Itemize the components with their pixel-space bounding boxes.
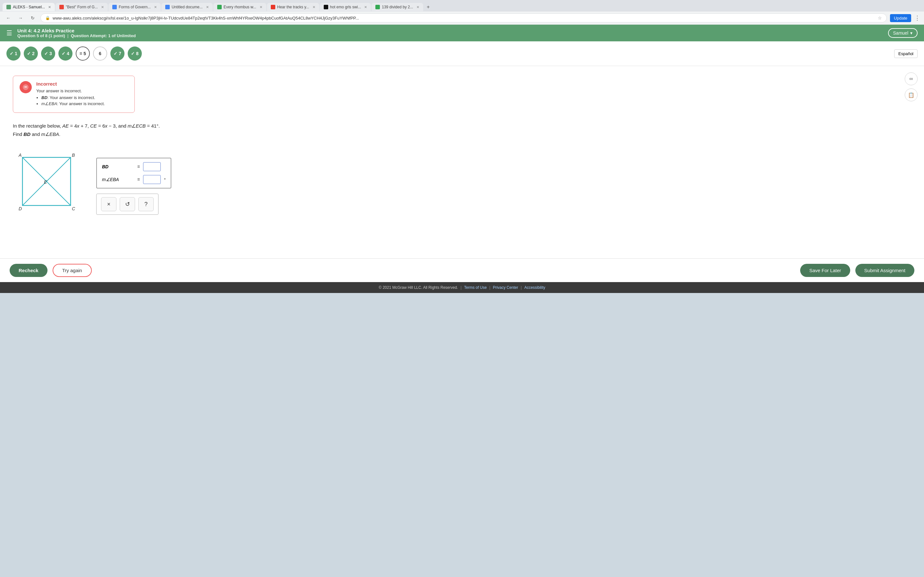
lock-icon: 🔒 [45,16,50,20]
tab-close-hear[interactable]: ✕ [312,5,315,9]
tab-forms[interactable]: Forms of Govern... ✕ [108,3,161,11]
tab-label-aleks: ALEKS - Samuel... [13,5,45,9]
rectangle-diagram: A B D C E [13,148,77,225]
problem-text: In the rectangle below, AE = 4x + 7, CE … [13,122,911,138]
keypad-undo-button[interactable]: ↺ [120,197,135,211]
tab-bar: ALEKS - Samuel... ✕ "Best" Form of G... … [0,0,924,11]
question-btn-8[interactable]: ✓ 8 [128,47,142,61]
divider-2: | [489,285,490,290]
browser-menu-icon[interactable]: ⋮ [914,15,920,21]
angle-answer-row: m∠EBA = ° [102,175,166,184]
tab-hear[interactable]: Hear the tracks y... ✕ [267,3,319,11]
privacy-center-link[interactable]: Privacy Center [493,285,518,290]
keypad-help-button[interactable]: ? [138,197,153,211]
notepad-tool-button[interactable]: 📋 [905,89,918,101]
tab-emo[interactable]: hot emo grls swi... ✕ [320,3,371,11]
recheck-button[interactable]: Recheck [10,264,47,277]
try-again-button[interactable]: Try again [53,264,92,277]
submit-assignment-button[interactable]: Submit Assignment [855,264,914,277]
reload-button[interactable]: ↻ [28,13,37,23]
tab-close-bestform[interactable]: ✕ [101,5,104,9]
address-bar: ← → ↻ 🔒 www-awu.aleks.com/alekscgi/x/lsl… [0,11,924,24]
tab-139[interactable]: 139 divided by 2... ✕ [372,3,423,11]
tab-favicon-hear [271,5,275,9]
question-btn-3[interactable]: ✓ 3 [41,47,55,61]
keypad: × ↺ ? [96,193,158,215]
footer-bar: Recheck Try again Save For Later Submit … [0,258,924,282]
feedback-item-angle: m​∠EBA: Your answer is incorrect. [41,101,105,106]
header-info: Unit 4: 4.2 Aleks Practice Question 5 of… [17,28,136,38]
accessibility-link[interactable]: Accessibility [524,285,545,290]
terms-of-use-link[interactable]: Terms of Use [464,285,487,290]
bd-input[interactable] [143,162,161,171]
svg-text:D: D [19,206,22,211]
tab-close-aleks[interactable]: ✕ [48,5,51,9]
user-name-label: Samuel [893,31,908,35]
url-bar[interactable]: 🔒 www-awu.aleks.com/alekscgi/x/lsl.exe/1… [40,13,887,23]
back-button[interactable]: ← [4,13,13,23]
forward-button[interactable]: → [16,13,25,23]
question-btn-1[interactable]: ✓ 1 [6,47,21,61]
question-btn-4[interactable]: ✓ 4 [58,47,73,61]
tab-close-forms[interactable]: ✕ [154,5,157,9]
tab-label-139: 139 divided by 2... [382,5,413,9]
hamburger-menu-icon[interactable]: ☰ [6,29,12,37]
angle-equals: = [137,177,140,182]
bookmark-icon[interactable]: ☆ [878,15,882,21]
tab-aleks[interactable]: ALEKS - Samuel... ✕ [3,3,55,11]
question-btn-5[interactable]: = 5 [76,47,90,61]
tab-rhombus[interactable]: Every rhombus w... ✕ [213,3,266,11]
tab-favicon-emo [324,5,328,9]
svg-text:C: C [72,206,75,211]
answer-box: BD = m∠EBA = ° [96,158,171,189]
user-menu-button[interactable]: Samuel ▾ [888,28,918,38]
angle-input[interactable] [143,175,161,184]
svg-rect-1 [24,87,27,87]
tab-favicon-aleks [6,5,11,9]
incorrect-feedback-box: Incorrect Your answer is incorrect. BD: … [13,76,135,113]
bd-equals: = [137,164,140,169]
incorrect-title: Incorrect [36,81,105,87]
degree-symbol: ° [164,177,166,182]
tab-label-forms: Forms of Govern... [119,5,151,9]
tab-doc[interactable]: Untitled docume... ✕ [162,3,213,11]
save-for-later-button[interactable]: Save For Later [800,264,850,277]
divider-1: | [460,285,461,290]
diagram-answer-row: A B D C E BD = m∠EBA = ° [13,148,911,225]
incorrect-content: Incorrect Your answer is incorrect. BD: … [36,81,105,107]
copyright-text: © 2021 McGraw Hill LLC. All Rights Reser… [379,285,458,290]
copyright-bar: © 2021 McGraw Hill LLC. All Rights Reser… [0,282,924,293]
question-btn-2[interactable]: ✓ 2 [24,47,38,61]
url-text: www-awu.aleks.com/alekscgi/x/lsl.exe/1o_… [53,16,875,21]
keypad-clear-button[interactable]: × [101,197,116,211]
svg-text:B: B [72,153,75,158]
tab-close-139[interactable]: ✕ [417,5,419,9]
browser-chrome: ALEKS - Samuel... ✕ "Best" Form of G... … [0,0,924,25]
tab-close-rhombus[interactable]: ✕ [260,5,262,9]
svg-text:A: A [18,153,21,158]
tab-favicon-forms [112,5,117,9]
infinity-tool-button[interactable]: ∞ [905,73,918,85]
aleks-header-left: ☰ Unit 4: 4.2 Aleks Practice Question 5 … [6,28,136,38]
tab-bestform[interactable]: "Best" Form of G... ✕ [55,3,108,11]
tab-label-doc: Untitled docume... [172,5,203,9]
chevron-down-icon: ▾ [910,31,913,35]
tab-favicon-139 [375,5,380,9]
tab-close-emo[interactable]: ✕ [364,5,367,9]
tab-label-emo: hot emo grls swi... [330,5,361,9]
bd-label: BD [102,164,134,169]
side-tools: ∞ 📋 [905,73,918,101]
question-btn-6[interactable]: 6 [93,47,107,61]
espanol-button[interactable]: Español [894,49,918,58]
update-button[interactable]: Update [890,14,911,22]
problem-find-line: Find BD and m∠EBA. [13,130,911,139]
question-btn-7[interactable]: ✓ 7 [110,47,124,61]
divider-3: | [521,285,522,290]
feedback-item-bd: BD: Your answer is incorrect. [41,95,105,100]
tab-close-doc[interactable]: ✕ [206,5,209,9]
svg-text:E: E [44,179,47,185]
header-question-info: Question 5 of 8 (1 point) | Question Att… [17,33,136,38]
tab-favicon-bestform [59,5,64,9]
new-tab-button[interactable]: + [424,3,433,11]
header-unit-title: Unit 4: 4.2 Aleks Practice [17,28,136,33]
